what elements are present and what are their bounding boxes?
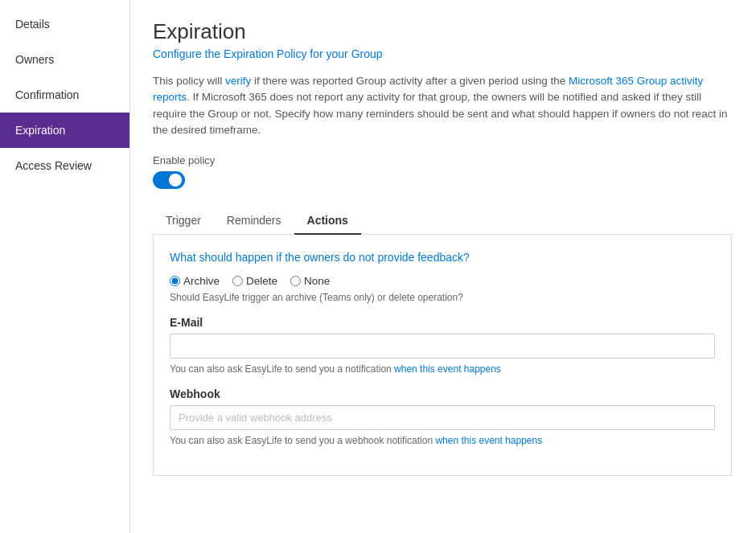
enable-policy-toggle-container [153,171,733,191]
sidebar-item-details[interactable]: Details [0,6,129,42]
radio-archive-label: Archive [183,275,220,287]
page-subtitle: Configure the Expiration Policy for your… [153,47,733,60]
action-radio-group: Archive Delete None [170,275,715,287]
main-content: Expiration Configure the Expiration Poli… [130,0,756,533]
email-hint-link[interactable]: when this event happens [394,363,501,375]
actions-tab-panel: What should happen if the owners do not … [153,235,732,476]
tab-actions[interactable]: Actions [294,207,361,235]
sidebar-item-owners[interactable]: Owners [0,42,129,77]
radio-archive-input[interactable] [170,276,180,286]
email-label: E-Mail [170,316,715,329]
radio-hint: Should EasyLife trigger an archive (Team… [170,292,715,303]
tab-trigger[interactable]: Trigger [153,207,214,235]
email-hint: You can also ask EasyLife to send you a … [170,363,715,375]
webhook-label: Webhook [170,387,715,400]
radio-none[interactable]: None [290,275,330,287]
radio-none-label: None [304,275,330,287]
sidebar: DetailsOwnersConfirmationExpirationAcces… [0,0,130,533]
webhook-hint: You can also ask EasyLife to send you a … [170,435,715,446]
toggle-slider [153,171,185,189]
radio-none-input[interactable] [290,276,301,286]
radio-delete-label: Delete [246,275,277,287]
enable-policy-label: Enable policy [153,154,733,166]
description-text: This policy will verify if there was rep… [153,73,732,138]
actions-question: What should happen if the owners do not … [170,251,715,264]
radio-archive[interactable]: Archive [170,275,220,287]
webhook-hint-link[interactable]: when this event happens [435,435,542,446]
email-input[interactable] [170,334,715,359]
sidebar-item-confirmation[interactable]: Confirmation [0,77,129,113]
radio-delete[interactable]: Delete [232,275,277,287]
page-title: Expiration [153,19,733,44]
tabs-bar: TriggerRemindersActions [153,207,733,235]
webhook-input[interactable] [170,405,715,430]
sidebar-item-access-review[interactable]: Access Review [0,148,129,183]
tab-reminders[interactable]: Reminders [214,207,294,235]
enable-policy-toggle[interactable] [153,171,185,189]
sidebar-item-expiration[interactable]: Expiration [0,113,129,148]
radio-delete-input[interactable] [232,276,243,286]
